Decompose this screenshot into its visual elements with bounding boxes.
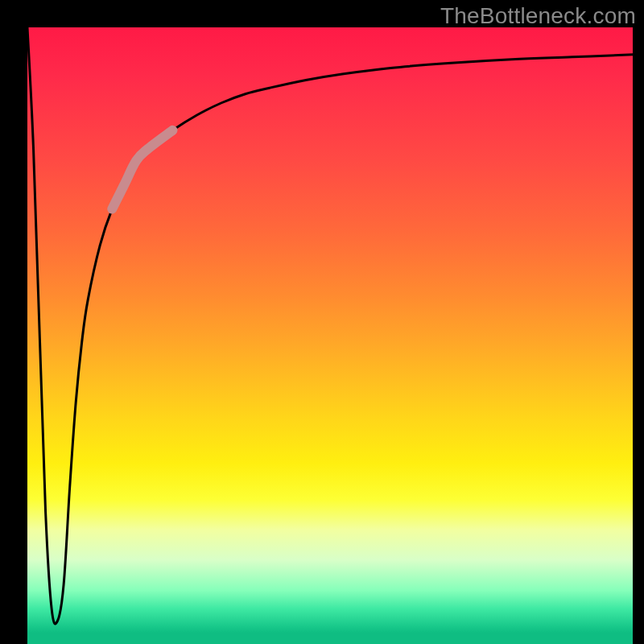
watermark-text: TheBottleneck.com	[440, 3, 636, 29]
plot-bottom-strip	[27, 633, 633, 644]
curve-highlight	[112, 130, 172, 209]
curve-layer	[27, 27, 633, 633]
bottleneck-curve	[27, 27, 633, 624]
chart-frame: TheBottleneck.com	[0, 0, 644, 644]
